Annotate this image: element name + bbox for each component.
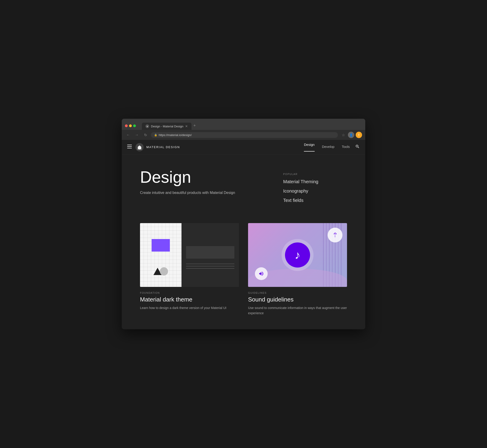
music-circle: ♪ xyxy=(285,242,310,268)
volume-badge xyxy=(255,267,268,280)
sound-guidelines-card-desc: Use sound to communicate information in … xyxy=(248,305,347,316)
sound-guidelines-card[interactable]: ♪ GUIDELINES xyxy=(248,223,347,316)
refresh-button[interactable]: ↻ xyxy=(142,132,149,138)
popular-link-text-fields[interactable]: Text fields xyxy=(283,198,347,203)
nav-link-design[interactable]: Design xyxy=(304,143,315,152)
dark-theme-card-category: FOUNDATION xyxy=(140,291,239,294)
volume-icon xyxy=(259,271,264,276)
active-tab[interactable]: ● Design - Material Design ✕ xyxy=(142,123,192,130)
tab-favicon: ● xyxy=(146,124,149,128)
maximize-traffic-light[interactable] xyxy=(133,124,136,127)
tab-title: Design - Material Design xyxy=(151,125,183,128)
hero-subtitle: Create intuitive and beautiful products … xyxy=(140,191,269,195)
hero-section: Design Create intuitive and beautiful pr… xyxy=(122,154,365,218)
sound-guidelines-card-category: GUIDELINES xyxy=(248,291,347,294)
bookmark-button[interactable]: ☆ xyxy=(340,132,347,138)
dark-theme-card[interactable]: FOUNDATION Material dark theme Learn how… xyxy=(140,223,239,316)
title-bar: ● Design - Material Design ✕ + xyxy=(122,119,365,130)
forward-button[interactable]: → xyxy=(134,132,140,138)
dark-theme-card-title: Material dark theme xyxy=(140,296,239,303)
site-content: MATERIAL DESIGN Design Develop Tools Des… xyxy=(122,140,365,329)
popular-link-iconography[interactable]: Iconography xyxy=(283,188,347,194)
lock-icon: 🔒 xyxy=(154,134,157,136)
dark-theme-card-image xyxy=(140,223,239,287)
dark-theme-card-desc: Learn how to design a dark theme version… xyxy=(140,305,239,310)
svg-rect-0 xyxy=(127,145,132,145)
purple-rect xyxy=(152,239,170,252)
sound-guidelines-card-title: Sound guidelines xyxy=(248,296,347,303)
icons-row xyxy=(154,267,168,275)
svg-rect-2 xyxy=(127,148,132,148)
browser-window: ● Design - Material Design ✕ + ← → ↻ 🔒 h… xyxy=(122,119,365,329)
url-bar[interactable]: 🔒 https://material.io/design/ xyxy=(151,132,338,138)
dark-panel xyxy=(181,223,239,287)
alert-button[interactable]: ! xyxy=(356,132,362,138)
profile-button[interactable]: 👤 xyxy=(348,132,354,138)
popular-label: POPULAR xyxy=(283,173,347,176)
ear-badge xyxy=(328,228,342,242)
line-bar-1 xyxy=(186,264,234,264)
sound-guidelines-card-image: ♪ xyxy=(248,223,347,287)
dark-theme-illustration xyxy=(140,223,239,287)
music-note-icon: ♪ xyxy=(295,248,300,262)
line-bar-3 xyxy=(186,268,234,269)
traffic-lights xyxy=(125,124,136,127)
circle-icon xyxy=(160,267,168,275)
url-text: https://material.io/design/ xyxy=(159,133,192,137)
svg-point-4 xyxy=(138,146,141,150)
material-design-logo xyxy=(135,143,144,151)
site-logo: MATERIAL DESIGN xyxy=(135,143,180,151)
popular-link-material-theming[interactable]: Material Theming xyxy=(283,179,347,184)
back-button[interactable]: ← xyxy=(125,132,131,138)
hearing-icon xyxy=(332,232,338,238)
nav-link-tools[interactable]: Tools xyxy=(342,145,350,150)
hero-left: Design Create intuitive and beautiful pr… xyxy=(140,168,269,207)
tab-bar: ● Design - Material Design ✕ + xyxy=(142,121,362,130)
new-tab-button[interactable]: + xyxy=(192,121,198,130)
nav-links: Design Develop Tools xyxy=(304,143,350,152)
hero-right: POPULAR Material Theming Iconography Tex… xyxy=(283,168,347,207)
nav-link-develop[interactable]: Develop xyxy=(322,145,334,150)
sound-illustration: ♪ xyxy=(248,223,347,287)
dark-panel-inner xyxy=(186,246,234,259)
address-bar: ← → ↻ 🔒 https://material.io/design/ ☆ 👤 … xyxy=(122,130,365,140)
menu-button[interactable] xyxy=(127,145,132,150)
grid-panel xyxy=(140,223,181,287)
svg-rect-1 xyxy=(127,146,132,147)
lines-group xyxy=(186,264,234,269)
close-tab-button[interactable]: ✕ xyxy=(185,124,188,128)
minimize-traffic-light[interactable] xyxy=(129,124,132,127)
hero-title: Design xyxy=(140,168,269,186)
cards-section: FOUNDATION Material dark theme Learn how… xyxy=(122,218,365,329)
logo-text: MATERIAL DESIGN xyxy=(146,145,180,149)
browser-chrome: ● Design - Material Design ✕ + ← → ↻ 🔒 h… xyxy=(122,119,365,140)
line-bar-2 xyxy=(186,266,234,266)
browser-actions: ☆ 👤 ! xyxy=(340,132,362,138)
site-nav: MATERIAL DESIGN Design Develop Tools xyxy=(122,140,365,154)
close-traffic-light[interactable] xyxy=(125,124,128,127)
search-button[interactable] xyxy=(355,144,360,150)
